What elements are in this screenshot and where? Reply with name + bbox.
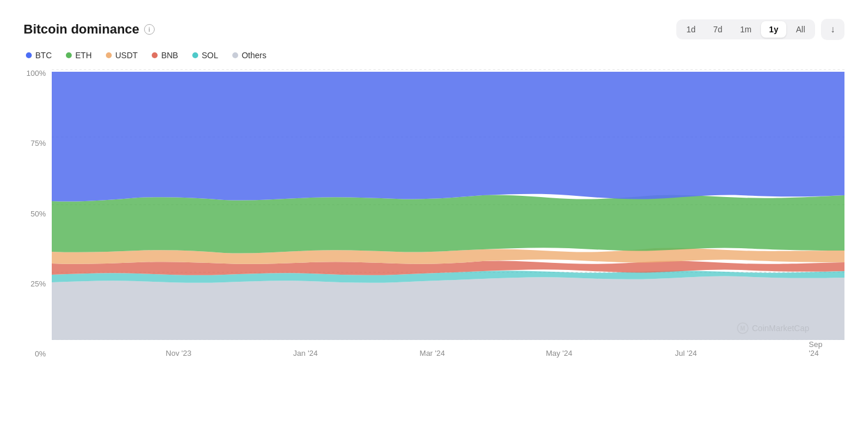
time-btn-1m[interactable]: 1m (732, 21, 759, 38)
legend-item-btc: BTC (26, 51, 52, 60)
page-title: Bitcoin dominance (24, 22, 139, 37)
time-button-group: 1d 7d 1m 1y All (676, 19, 815, 39)
legend-item-eth: ETH (66, 51, 92, 60)
legend-label-usdt: USDT (115, 51, 138, 60)
x-label-mar24: Mar '24 (420, 349, 445, 358)
chart-area: 100% 75% 50% 25% 0% (24, 69, 844, 358)
x-label-nov23: Nov '23 (166, 349, 192, 358)
y-label-100: 100% (24, 69, 52, 77)
time-btn-1d[interactable]: 1d (678, 21, 704, 38)
legend-label-others: Others (242, 51, 266, 60)
legend-dot-usdt (106, 52, 112, 58)
svg-text:M: M (740, 325, 745, 332)
y-axis: 100% 75% 50% 25% 0% (24, 69, 52, 358)
x-axis: Nov '23 Jan '24 Mar '24 May '24 Jul '24 … (52, 340, 844, 358)
y-label-50: 50% (24, 210, 52, 218)
legend-label-sol: SOL (202, 51, 218, 60)
legend-label-eth: ETH (75, 51, 92, 60)
y-label-75: 75% (24, 139, 52, 147)
time-btn-7d[interactable]: 7d (705, 21, 731, 38)
y-label-25: 25% (24, 280, 52, 288)
title-group: Bitcoin dominance i (24, 22, 155, 37)
legend-dot-sol (192, 52, 198, 58)
x-label-sep24: Sep '24 (809, 340, 832, 358)
chart-inner (52, 69, 844, 340)
legend-item-usdt: USDT (106, 51, 138, 60)
legend: BTC ETH USDT BNB SOL Others (26, 51, 844, 60)
x-label-may24: May '24 (546, 349, 572, 358)
legend-label-btc: BTC (35, 51, 52, 60)
page-container: Bitcoin dominance i 1d 7d 1m 1y All ↓ BT… (0, 0, 868, 447)
controls: 1d 7d 1m 1y All ↓ (676, 19, 844, 40)
y-label-0: 0% (24, 350, 52, 358)
time-btn-all[interactable]: All (787, 21, 813, 38)
watermark-text: CoinMarketCap (752, 323, 809, 333)
legend-item-bnb: BNB (152, 51, 178, 60)
legend-dot-eth (66, 52, 72, 58)
x-label-jul24: Jul '24 (675, 349, 697, 358)
legend-dot-bnb (152, 52, 158, 58)
x-label-jan24: Jan '24 (293, 349, 318, 358)
legend-label-bnb: BNB (161, 51, 178, 60)
info-icon[interactable]: i (144, 24, 155, 35)
time-btn-1y[interactable]: 1y (761, 21, 787, 38)
chart-svg (52, 69, 844, 340)
legend-dot-btc (26, 52, 32, 58)
download-button[interactable]: ↓ (821, 19, 844, 40)
legend-dot-others (232, 52, 238, 58)
header: Bitcoin dominance i 1d 7d 1m 1y All ↓ (24, 19, 844, 40)
legend-item-others: Others (232, 51, 266, 60)
legend-item-sol: SOL (192, 51, 218, 60)
watermark: M CoinMarketCap (737, 322, 809, 334)
